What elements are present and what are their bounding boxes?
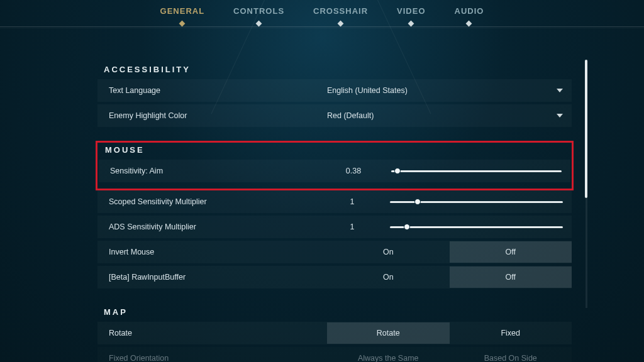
toggle-based-on-side[interactable]: Based On Side bbox=[450, 348, 572, 362]
toggle-invert-mouse: On Off bbox=[327, 241, 572, 263]
scrollbar[interactable] bbox=[586, 60, 587, 308]
slider-scoped[interactable] bbox=[390, 197, 563, 207]
label-scoped: Scoped Sensitivity Multiplier bbox=[97, 197, 327, 206]
toggle-rotate: Rotate Fixed bbox=[327, 322, 572, 344]
label-raw-input: [Beta] RawInputBuffer bbox=[97, 273, 327, 282]
section-mouse-title: MOUSE bbox=[105, 145, 570, 155]
row-rotate: Rotate Rotate Fixed bbox=[97, 322, 572, 344]
tab-audio[interactable]: AUDIO bbox=[455, 6, 484, 26]
section-map-title: MAP bbox=[104, 307, 572, 317]
tab-label: GENERAL bbox=[160, 6, 205, 16]
label-sensitivity: Sensitivity: Aim bbox=[99, 167, 328, 175]
slider-sensitivity[interactable] bbox=[391, 166, 562, 176]
row-sensitivity-aim: Sensitivity: Aim 0.38 bbox=[99, 160, 570, 182]
slider-thumb[interactable] bbox=[394, 168, 401, 174]
slider-track bbox=[391, 170, 562, 172]
slider-ads[interactable] bbox=[390, 222, 563, 232]
settings-panel: ACCESSIBILITY Text Language English (Uni… bbox=[97, 60, 572, 362]
toggle-rotate-opt[interactable]: Rotate bbox=[327, 322, 450, 344]
section-accessibility-title: ACCESSIBILITY bbox=[104, 65, 572, 74]
toggle-on[interactable]: On bbox=[327, 266, 450, 288]
slider-track bbox=[390, 226, 563, 228]
tab-label: CONTROLS bbox=[233, 6, 284, 16]
toggle-off[interactable]: Off bbox=[450, 266, 572, 288]
tab-underline bbox=[0, 26, 644, 27]
row-enemy-highlight: Enemy Highlight Color Red (Default) bbox=[97, 104, 572, 127]
tab-general[interactable]: GENERAL bbox=[160, 6, 205, 26]
value-sensitivity[interactable]: 0.38 bbox=[328, 167, 379, 175]
slider-thumb[interactable] bbox=[404, 224, 410, 230]
label-rotate: Rotate bbox=[97, 329, 327, 337]
diamond-icon bbox=[408, 21, 414, 27]
tab-crosshair[interactable]: CROSSHAIR bbox=[313, 6, 368, 26]
diamond-icon bbox=[466, 21, 472, 27]
tab-controls[interactable]: CONTROLS bbox=[233, 6, 284, 26]
slider-thumb[interactable] bbox=[414, 199, 421, 205]
toggle-fixed-orientation: Always the Same Based On Side bbox=[327, 348, 572, 362]
row-text-language: Text Language English (United States) bbox=[97, 79, 572, 102]
toggle-always-same[interactable]: Always the Same bbox=[327, 348, 450, 362]
tab-video[interactable]: VIDEO bbox=[397, 6, 425, 26]
settings-tabs: GENERAL CONTROLS CROSSHAIR VIDEO AUDIO bbox=[0, 0, 644, 26]
toggle-off[interactable]: Off bbox=[450, 241, 572, 263]
toggle-raw-input: On Off bbox=[327, 266, 572, 288]
tab-label: CROSSHAIR bbox=[313, 6, 368, 16]
dropdown-value: Red (Default) bbox=[327, 111, 374, 120]
highlight-box: MOUSE Sensitivity: Aim 0.38 bbox=[96, 141, 574, 190]
chevron-down-icon bbox=[557, 114, 563, 118]
label-enemy-highlight: Enemy Highlight Color bbox=[97, 111, 327, 120]
diamond-icon bbox=[179, 21, 186, 27]
value-scoped[interactable]: 1 bbox=[327, 197, 377, 206]
tab-label: AUDIO bbox=[455, 6, 484, 16]
row-invert-mouse: Invert Mouse On Off bbox=[97, 241, 572, 263]
tab-label: VIDEO bbox=[397, 6, 425, 16]
tab-underline bbox=[0, 28, 644, 28]
label-invert: Invert Mouse bbox=[97, 248, 327, 256]
label-text-language: Text Language bbox=[97, 86, 327, 95]
dropdown-enemy-highlight[interactable]: Red (Default) bbox=[327, 111, 572, 120]
dropdown-text-language[interactable]: English (United States) bbox=[327, 86, 572, 95]
row-fixed-orientation: Fixed Orientation Always the Same Based … bbox=[97, 347, 572, 362]
row-scoped-sensitivity: Scoped Sensitivity Multiplier 1 bbox=[97, 190, 572, 213]
diamond-icon bbox=[256, 21, 262, 27]
row-ads-sensitivity: ADS Sensitivity Multiplier 1 bbox=[97, 216, 572, 238]
toggle-fixed-opt[interactable]: Fixed bbox=[450, 322, 572, 344]
value-ads[interactable]: 1 bbox=[327, 222, 377, 231]
chevron-down-icon bbox=[557, 89, 563, 92]
diamond-icon bbox=[338, 21, 344, 27]
row-raw-input: [Beta] RawInputBuffer On Off bbox=[97, 266, 572, 288]
dropdown-value: English (United States) bbox=[327, 86, 408, 95]
label-fixed-orientation: Fixed Orientation bbox=[97, 354, 327, 362]
label-ads: ADS Sensitivity Multiplier bbox=[97, 222, 327, 231]
toggle-on[interactable]: On bbox=[327, 241, 450, 263]
